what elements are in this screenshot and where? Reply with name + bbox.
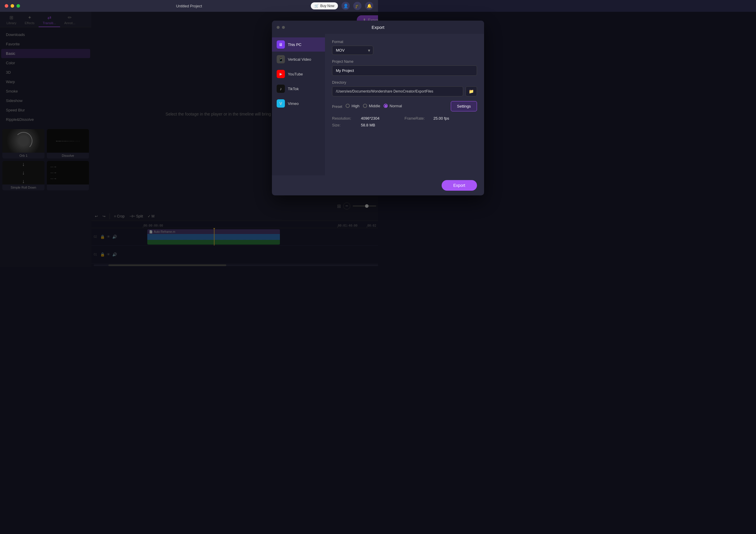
project-name-label: Project Name xyxy=(332,60,378,64)
modal-sidebar-vimeo[interactable]: V Vimeo xyxy=(272,97,325,110)
modal-sidebar-this-pc[interactable]: 🖥 This PC xyxy=(272,38,325,52)
modal-dot-2 xyxy=(282,26,285,29)
window-title: Untitled Project xyxy=(176,4,202,8)
directory-input-wrapper: /Users/ws/Documents/Wondershare DemoCrea… xyxy=(332,86,378,97)
modal-overlay: Export 🖥 This PC 📱 Vertical Video ▶ YouT… xyxy=(0,12,378,267)
radio-middle-label: Middle xyxy=(369,104,378,108)
format-field: Format MOV MP4 AVI GIF ▼ xyxy=(332,40,378,55)
size-label: Size: xyxy=(332,123,359,127)
modal-content: Format MOV MP4 AVI GIF ▼ Project Name xyxy=(325,34,378,175)
titlebar-right: 🛒 Buy Now 👤 🎓 🔔 xyxy=(311,2,373,10)
radio-group-preset: High Middle Normal xyxy=(346,104,378,108)
titlebar: Untitled Project 🛒 Buy Now 👤 🎓 🔔 xyxy=(0,0,378,12)
modal-title: Export xyxy=(371,25,378,30)
preset-label: Preset xyxy=(332,105,342,109)
modal-dot-1 xyxy=(277,26,280,29)
project-name-field: Project Name xyxy=(332,60,378,76)
user-icon[interactable]: 👤 xyxy=(341,2,350,10)
buy-now-icon: 🛒 xyxy=(314,4,319,8)
close-window-btn[interactable] xyxy=(5,4,8,8)
maximize-window-btn[interactable] xyxy=(16,4,20,8)
preset-field: Preset High Middle xyxy=(332,104,378,109)
modal-header: Export xyxy=(272,21,378,34)
modal-sidebar-vertical-video[interactable]: 📱 Vertical Video xyxy=(272,52,325,66)
tiktok-label: TikTok xyxy=(288,87,299,91)
tiktok-icon: ♪ xyxy=(277,85,285,93)
vertical-video-icon: 📱 xyxy=(277,55,285,63)
radio-high-label: High xyxy=(351,104,360,108)
radio-middle-circle xyxy=(363,104,367,108)
resolution-value: 4096*2304 xyxy=(361,116,378,121)
radio-high-circle xyxy=(346,104,350,108)
format-select-wrapper: MOV MP4 AVI GIF ▼ xyxy=(332,46,373,55)
modal-sidebar-tiktok[interactable]: ♪ TikTok xyxy=(272,82,325,96)
vimeo-label: Vimeo xyxy=(288,101,299,106)
modal-footer: Export xyxy=(272,175,378,195)
directory-display: /Users/ws/Documents/Wondershare DemoCrea… xyxy=(332,86,378,97)
resolution-label: Resolution: xyxy=(332,116,359,121)
vertical-video-label: Vertical Video xyxy=(288,57,311,62)
youtube-label: YouTube xyxy=(288,72,303,76)
export-modal: Export 🖥 This PC 📱 Vertical Video ▶ YouT… xyxy=(272,21,378,195)
directory-label: Directory xyxy=(332,80,378,85)
modal-body: 🖥 This PC 📱 Vertical Video ▶ YouTube ♪ T… xyxy=(272,34,378,175)
resolution-row: Resolution: 4096*2304 xyxy=(332,116,378,121)
this-pc-icon: 🖥 xyxy=(277,41,285,49)
this-pc-label: This PC xyxy=(288,42,301,47)
minimize-window-btn[interactable] xyxy=(11,4,14,8)
window-controls xyxy=(5,4,20,8)
preset-row: Preset High Middle xyxy=(332,101,378,111)
size-row: Size: 58.8 MB xyxy=(332,123,378,127)
project-name-input[interactable] xyxy=(332,66,378,76)
vimeo-icon: V xyxy=(277,99,285,108)
buy-now-button[interactable]: 🛒 Buy Now xyxy=(311,2,338,10)
modal-dots xyxy=(277,26,285,29)
format-select[interactable]: MOV MP4 AVI GIF xyxy=(332,46,373,55)
modal-sidebar: 🖥 This PC 📱 Vertical Video ▶ YouTube ♪ T… xyxy=(272,34,325,175)
directory-field: Directory /Users/ws/Documents/Wondershar… xyxy=(332,80,378,97)
radio-middle[interactable]: Middle xyxy=(363,104,378,108)
format-label: Format xyxy=(332,40,378,44)
radio-high[interactable]: High xyxy=(346,104,360,108)
youtube-icon: ▶ xyxy=(277,70,285,78)
size-value: 58.8 MB xyxy=(361,123,375,127)
export-info-grid: Resolution: 4096*2304 FrameRate: 25.00 f… xyxy=(332,116,378,127)
notification-icon[interactable]: 🔔 xyxy=(365,2,373,10)
modal-sidebar-youtube[interactable]: ▶ YouTube xyxy=(272,67,325,81)
school-icon[interactable]: 🎓 xyxy=(353,2,362,10)
